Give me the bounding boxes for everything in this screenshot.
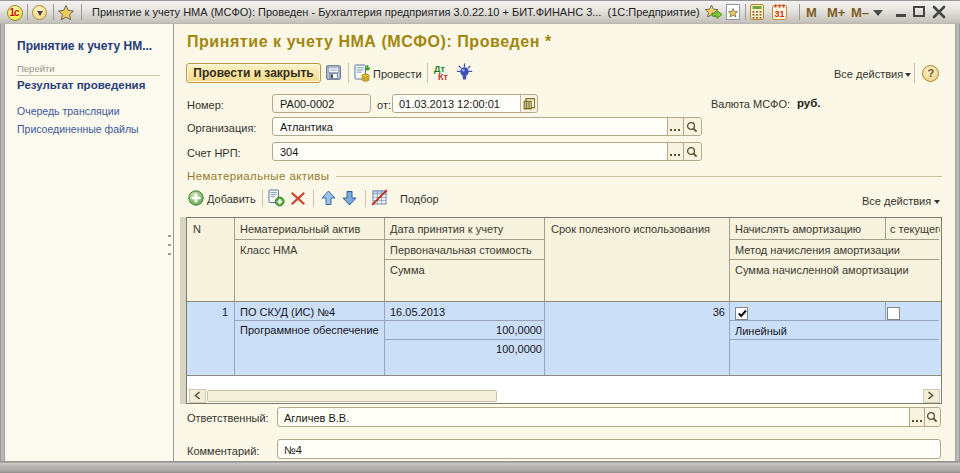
svg-text:31: 31 — [774, 9, 784, 19]
